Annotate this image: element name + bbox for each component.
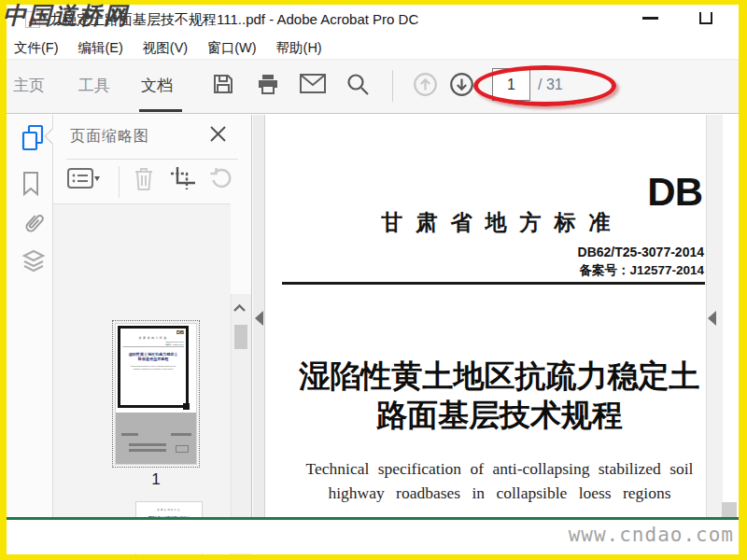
print-button[interactable] [255,73,281,99]
save-icon [211,72,235,100]
scroll-up-arrow-icon[interactable] [233,303,247,313]
doc-record-number: 备案号：J12577-2014 [579,262,704,279]
doc-english-subtitle-line1: Technical specification of anti-collapsi… [293,459,706,479]
menu-edit[interactable]: 编辑(E) [78,39,123,57]
rotate-pages-button[interactable] [206,167,234,193]
scrollbar-corner-block [722,502,737,517]
doc-horizontal-rule [282,282,705,285]
site-watermark-top: 中国道桥网 [3,0,129,31]
attachments-icon [21,225,47,241]
email-button[interactable] [300,73,326,99]
next-page-button[interactable] [448,73,474,99]
panel-divider [66,159,238,160]
toolbar-separator [392,70,393,102]
menu-view[interactable]: 视图(V) [143,39,188,57]
rotate-icon [209,167,233,194]
menu-window[interactable]: 窗口(W) [207,39,256,57]
layers-icon [21,261,47,277]
page-thumbnails-icon [21,139,45,155]
thumbnail-page-1[interactable]: DB 甘肃省地方标准 DB62/T25-3077-2014 备案号：J12577… [112,320,200,468]
sidebar-item-bookmarks[interactable] [21,171,41,200]
visible-area-resize-handle[interactable] [183,403,190,410]
print-icon [256,72,280,100]
tab-tools[interactable]: 工具 [78,75,110,96]
search-button[interactable] [345,73,371,99]
doc-title-line1: 湿陷性黄土地区抗疏力稳定土 [293,356,706,398]
panel-close-button[interactable] [208,126,227,145]
sidebar-item-attachments[interactable] [21,208,47,242]
doc-standard-number: DB62/T25-3077-2014 [578,245,704,259]
search-icon [345,72,370,100]
close-icon [210,126,226,146]
menu-help[interactable]: 帮助(H) [276,39,322,57]
sidebar-item-layers[interactable] [21,248,47,278]
doc-title-line2: 路面基层技术规程 [293,395,706,437]
screenshot-root: 力稳定土路面基层技不规程111..pdf - Adobe Acrobat Pro… [0,0,747,560]
red-ellipse-annotation [473,65,616,106]
tab-document[interactable]: 文档 [141,75,173,96]
email-icon [300,74,326,98]
thumbnails-list: DB 甘肃省地方标准 DB62/T25-3077-2014 备案号：J12577… [53,204,231,517]
page-up-icon [413,72,438,101]
pdf-page[interactable]: DB 甘肃省地方标准 DB62/T25-3077-2014 备案号：J12577… [265,115,706,517]
delete-pages-button[interactable] [130,167,158,193]
minimize-button[interactable] [642,17,658,20]
menu-file[interactable]: 文件(F) [14,39,59,57]
crop-pages-button[interactable] [169,167,197,193]
options-icon [67,167,101,193]
vertical-scroll-thumb[interactable] [234,325,247,349]
thumbnail-visible-area-box[interactable]: DB 甘肃省地方标准 DB62/T25-3077-2014 备案号：J12577… [118,326,189,408]
thumbnail-options-button[interactable] [66,167,102,193]
doc-english-subtitle-line2: highway roadbases in collapsible loess r… [293,483,706,503]
main-toolbar: 主页 工具 文档 / 31 [7,59,739,114]
crop-pages-icon [170,166,196,194]
site-watermark-bottom: www.cndao.com [569,524,734,546]
collapse-left-panel-arrow-icon[interactable] [255,311,263,326]
sidebar-item-page-thumbnails[interactable] [21,124,45,156]
active-tab-underline [139,109,182,112]
menu-bar: 文件(F) 编辑(E) 视图(V) 窗口(W) 帮助(H) [7,37,739,59]
bookmarks-icon [21,183,41,199]
page-thumbnails-panel: 页面缩略图 [53,115,252,517]
panel-toolbar-separator [119,166,120,198]
collapse-right-panel-arrow-icon[interactable] [708,311,716,326]
thumbnail-page-1-preview: DB 甘肃省地方标准 DB62/T25-3077-2014 备案号：J12577… [116,324,196,464]
panel-title: 页面缩略图 [70,127,149,147]
doc-standard-header: 甘肃省地方标准 [299,208,706,237]
maximize-button[interactable] [699,12,712,24]
save-button[interactable] [210,73,236,99]
page-down-icon [449,72,474,101]
thumbnail-hidden-area-overlay [116,413,196,464]
navigation-icon-strip [7,115,53,517]
previous-page-button[interactable] [412,73,438,99]
tab-home[interactable]: 主页 [13,75,45,96]
trash-icon [134,166,154,195]
thumbnail-page-1-label: 1 [112,470,200,489]
doc-db-mark: DB [647,173,702,212]
